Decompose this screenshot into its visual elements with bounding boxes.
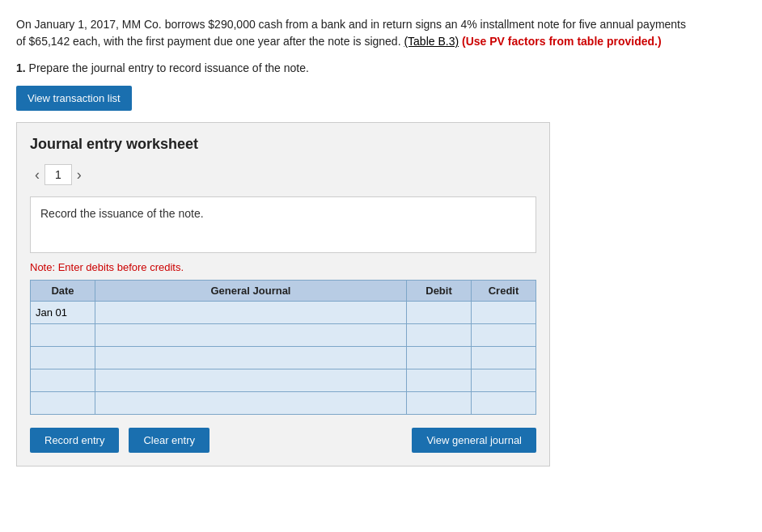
prepare-label: 1. xyxy=(16,61,26,74)
input-debit-2[interactable] xyxy=(407,347,471,369)
col-header-debit: Debit xyxy=(407,281,472,302)
table-row xyxy=(31,369,536,392)
cell-debit-4[interactable] xyxy=(407,392,472,415)
input-journal-2[interactable] xyxy=(95,347,406,369)
description-text: Record the issuance of the note. xyxy=(40,207,204,220)
chevron-left-icon: ‹ xyxy=(35,167,40,183)
col-header-credit: Credit xyxy=(472,281,536,302)
input-credit-4[interactable] xyxy=(472,392,536,414)
view-general-journal-button[interactable]: View general journal xyxy=(412,428,536,453)
view-transaction-button[interactable]: View transaction list xyxy=(16,86,132,111)
prepare-text: Prepare the journal entry to record issu… xyxy=(29,61,309,74)
input-date-2[interactable] xyxy=(31,347,95,369)
cell-date-4[interactable] xyxy=(31,392,95,415)
cell-journal-4[interactable] xyxy=(95,392,407,415)
cell-debit-0[interactable] xyxy=(407,302,472,324)
input-journal-0[interactable] xyxy=(95,302,406,323)
input-debit-4[interactable] xyxy=(407,392,471,414)
tab-prev-button[interactable]: ‹ xyxy=(30,165,44,185)
input-journal-3[interactable] xyxy=(95,369,406,391)
table-row xyxy=(31,302,536,324)
cell-debit-2[interactable] xyxy=(407,347,472,369)
col-header-journal: General Journal xyxy=(95,281,407,302)
input-debit-3[interactable] xyxy=(407,369,471,391)
table-row xyxy=(31,347,536,369)
action-buttons-row: Record entry Clear entry View general jo… xyxy=(30,428,536,453)
cell-date-2[interactable] xyxy=(31,347,95,369)
cell-journal-1[interactable] xyxy=(95,324,407,347)
chevron-right-icon: › xyxy=(77,167,82,183)
input-debit-0[interactable] xyxy=(407,302,471,323)
input-date-0[interactable] xyxy=(31,302,95,323)
tab-next-button[interactable]: › xyxy=(72,165,87,185)
cell-credit-1[interactable] xyxy=(472,324,536,347)
cell-credit-0[interactable] xyxy=(472,302,536,324)
cell-date-1[interactable] xyxy=(31,324,95,347)
worksheet-container: Journal entry worksheet ‹ 1 › Record the… xyxy=(16,122,550,467)
tab-current[interactable]: 1 xyxy=(44,164,72,185)
clear-entry-button[interactable]: Clear entry xyxy=(129,428,210,453)
input-credit-0[interactable] xyxy=(472,302,536,323)
cell-date-3[interactable] xyxy=(31,369,95,392)
input-credit-1[interactable] xyxy=(472,324,536,346)
cell-debit-1[interactable] xyxy=(407,324,472,347)
prepare-section: 1. Prepare the journal entry to record i… xyxy=(16,61,746,74)
worksheet-title: Journal entry worksheet xyxy=(30,136,536,153)
cell-credit-2[interactable] xyxy=(472,347,536,369)
problem-text-line2: of $65,142 each, with the first payment … xyxy=(16,35,401,48)
col-header-date: Date xyxy=(31,281,95,302)
input-journal-4[interactable] xyxy=(95,392,406,414)
cell-journal-0[interactable] xyxy=(95,302,407,324)
cell-credit-3[interactable] xyxy=(472,369,536,392)
cell-debit-3[interactable] xyxy=(407,369,472,392)
table-link[interactable]: (Table B.3) xyxy=(404,35,459,48)
description-box: Record the issuance of the note. xyxy=(30,196,536,253)
cell-journal-3[interactable] xyxy=(95,369,407,392)
pv-note: (Use PV factors from table provided.) xyxy=(462,35,662,48)
journal-table: Date General Journal Debit Credit xyxy=(30,280,536,415)
problem-text-line1: On January 1, 2017, MM Co. borrows $290,… xyxy=(16,18,686,31)
cell-date-0[interactable] xyxy=(31,302,95,324)
input-date-4[interactable] xyxy=(31,392,95,414)
tab-navigation: ‹ 1 › xyxy=(30,164,536,185)
input-credit-2[interactable] xyxy=(472,347,536,369)
input-date-1[interactable] xyxy=(31,324,95,346)
problem-text: On January 1, 2017, MM Co. borrows $290,… xyxy=(16,16,746,50)
input-credit-3[interactable] xyxy=(472,369,536,391)
table-row xyxy=(31,392,536,415)
cell-credit-4[interactable] xyxy=(472,392,536,415)
record-entry-button[interactable]: Record entry xyxy=(30,428,119,453)
input-journal-1[interactable] xyxy=(95,324,406,346)
input-debit-1[interactable] xyxy=(407,324,471,346)
cell-journal-2[interactable] xyxy=(95,347,407,369)
note-text: Note: Enter debits before credits. xyxy=(30,261,536,273)
input-date-3[interactable] xyxy=(31,369,95,391)
table-row xyxy=(31,324,536,347)
